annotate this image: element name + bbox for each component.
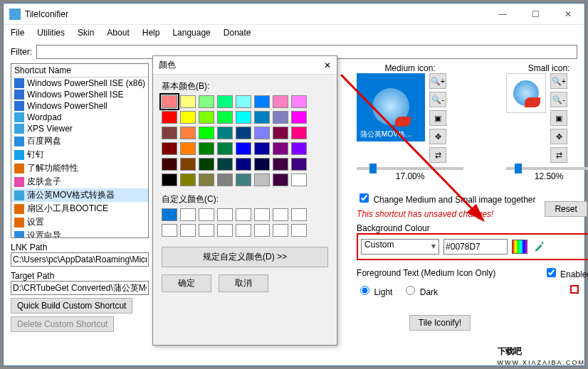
zoom-out-button-sm[interactable]: 🔍- bbox=[550, 92, 567, 107]
small-tile-preview[interactable] bbox=[506, 73, 546, 113]
list-item[interactable]: Wordpad bbox=[11, 112, 148, 123]
custom-color-swatch[interactable] bbox=[162, 224, 177, 237]
menu-skin[interactable]: Skin bbox=[78, 28, 94, 38]
light-radio[interactable]: Light bbox=[357, 284, 392, 297]
menu-about[interactable]: About bbox=[107, 28, 129, 38]
zoom-out-button[interactable]: 🔍- bbox=[429, 92, 446, 107]
swap-button-sm[interactable]: ⇄ bbox=[550, 147, 567, 163]
custom-color-swatch[interactable] bbox=[199, 208, 214, 221]
color-swatch[interactable] bbox=[217, 127, 233, 139]
color-swatch[interactable] bbox=[217, 142, 233, 155]
reset-button[interactable]: Reset bbox=[545, 201, 587, 217]
bg-mode-select[interactable]: Custom bbox=[361, 239, 439, 255]
center-button[interactable]: ▣ bbox=[429, 110, 446, 126]
color-swatch[interactable] bbox=[180, 111, 196, 124]
color-swatch[interactable] bbox=[217, 111, 233, 124]
color-swatch[interactable] bbox=[236, 127, 251, 139]
color-swatch[interactable] bbox=[162, 173, 177, 186]
minimize-button[interactable]: — bbox=[486, 4, 519, 25]
list-item[interactable]: 钉钉 bbox=[11, 148, 148, 161]
custom-color-swatch[interactable] bbox=[291, 208, 307, 221]
color-swatch[interactable] bbox=[254, 158, 270, 171]
tile-iconify-button[interactable]: Tile Iconify! bbox=[409, 315, 471, 331]
cancel-button[interactable]: 取消 bbox=[219, 274, 268, 292]
list-item[interactable]: 皮肤盒子 bbox=[11, 175, 148, 188]
custom-color-swatch[interactable] bbox=[217, 208, 233, 221]
color-swatch[interactable] bbox=[236, 111, 251, 124]
list-item[interactable]: 设置 bbox=[11, 215, 148, 229]
center-button-sm[interactable]: ▣ bbox=[550, 110, 567, 126]
zoom-in-button[interactable]: 🔍+ bbox=[429, 73, 446, 89]
custom-color-swatch[interactable] bbox=[162, 208, 177, 221]
color-swatch[interactable] bbox=[199, 142, 214, 155]
color-swatch[interactable] bbox=[254, 95, 270, 108]
color-swatch[interactable] bbox=[273, 127, 288, 139]
color-swatch[interactable] bbox=[291, 173, 307, 186]
maximize-button[interactable]: ☐ bbox=[519, 4, 552, 25]
list-item[interactable]: 扇区小工具BOOTICE bbox=[11, 202, 148, 215]
color-swatch[interactable] bbox=[273, 158, 288, 171]
color-swatch[interactable] bbox=[199, 127, 214, 139]
custom-color-swatch[interactable] bbox=[254, 224, 270, 237]
color-swatch[interactable] bbox=[162, 127, 177, 139]
custom-color-swatch[interactable] bbox=[254, 208, 270, 221]
list-item[interactable]: XPS Viewer bbox=[11, 123, 148, 134]
color-swatch[interactable] bbox=[273, 173, 288, 186]
color-swatch[interactable] bbox=[180, 95, 196, 108]
menu-file[interactable]: File bbox=[11, 28, 24, 38]
custom-color-swatch[interactable] bbox=[180, 208, 196, 221]
custom-color-swatch[interactable] bbox=[236, 224, 251, 237]
lnk-path-input[interactable] bbox=[11, 252, 149, 267]
list-item[interactable]: 百度网盘 bbox=[11, 134, 148, 148]
enabled-checkbox[interactable]: Enabled bbox=[544, 266, 588, 279]
custom-color-swatch[interactable] bbox=[180, 224, 196, 237]
color-swatch[interactable] bbox=[217, 158, 233, 171]
custom-color-swatch[interactable] bbox=[273, 224, 288, 237]
menu-donate[interactable]: Donate bbox=[224, 28, 251, 38]
medium-tile-preview[interactable]: 蒲公英MOV格… bbox=[357, 73, 425, 141]
color-swatch[interactable] bbox=[236, 142, 251, 155]
small-zoom-slider[interactable] bbox=[506, 167, 588, 170]
custom-color-swatch[interactable] bbox=[273, 208, 288, 221]
color-swatch[interactable] bbox=[162, 111, 177, 124]
color-swatch[interactable] bbox=[273, 142, 288, 155]
color-swatch[interactable] bbox=[291, 142, 307, 155]
color-swatch[interactable] bbox=[199, 95, 214, 108]
menu-help[interactable]: Help bbox=[142, 28, 160, 38]
color-swatch[interactable] bbox=[254, 142, 270, 155]
menu-language[interactable]: Language bbox=[172, 28, 210, 38]
list-item[interactable]: Windows PowerShell ISE (x86) bbox=[11, 77, 148, 89]
color-swatch[interactable] bbox=[254, 127, 270, 139]
custom-color-swatch[interactable] bbox=[217, 224, 233, 237]
custom-color-swatch[interactable] bbox=[236, 208, 251, 221]
ok-button[interactable]: 确定 bbox=[162, 274, 211, 292]
color-swatch[interactable] bbox=[273, 95, 288, 108]
move-button-sm[interactable]: ✥ bbox=[550, 129, 567, 144]
color-swatch[interactable] bbox=[180, 173, 196, 186]
target-path-input[interactable] bbox=[11, 281, 149, 295]
change-together-checkbox[interactable]: Change Medium and Small image together bbox=[357, 195, 535, 205]
menu-utilities[interactable]: Utilities bbox=[37, 28, 65, 38]
color-swatch[interactable] bbox=[236, 173, 251, 186]
define-custom-color-button[interactable]: 规定自定义颜色(D) >> bbox=[162, 247, 328, 267]
dark-radio[interactable]: Dark bbox=[402, 284, 438, 297]
color-swatch[interactable] bbox=[273, 111, 288, 124]
color-swatch[interactable] bbox=[236, 158, 251, 171]
list-item[interactable]: 了解功能特性 bbox=[11, 161, 148, 175]
color-swatch[interactable] bbox=[291, 158, 307, 171]
quick-build-button[interactable]: Quick Build Custom Shortcut bbox=[11, 298, 132, 314]
list-item[interactable]: Windows PowerShell bbox=[11, 100, 148, 112]
color-swatch[interactable] bbox=[254, 173, 270, 186]
color-swatch[interactable] bbox=[199, 173, 214, 186]
colour-swatch-button[interactable] bbox=[512, 240, 527, 254]
color-swatch[interactable] bbox=[162, 158, 177, 171]
color-swatch[interactable] bbox=[291, 95, 307, 108]
shortcut-list[interactable]: Windows PowerShell ISE (x86)Windows Powe… bbox=[11, 77, 148, 238]
move-button[interactable]: ✥ bbox=[429, 129, 446, 144]
color-swatch[interactable] bbox=[199, 111, 214, 124]
bg-hex-input[interactable] bbox=[443, 239, 508, 255]
close-button[interactable]: ✕ bbox=[552, 4, 584, 25]
color-swatch[interactable] bbox=[199, 158, 214, 171]
color-swatch[interactable] bbox=[180, 158, 196, 171]
eyedropper-icon[interactable] bbox=[532, 240, 545, 253]
